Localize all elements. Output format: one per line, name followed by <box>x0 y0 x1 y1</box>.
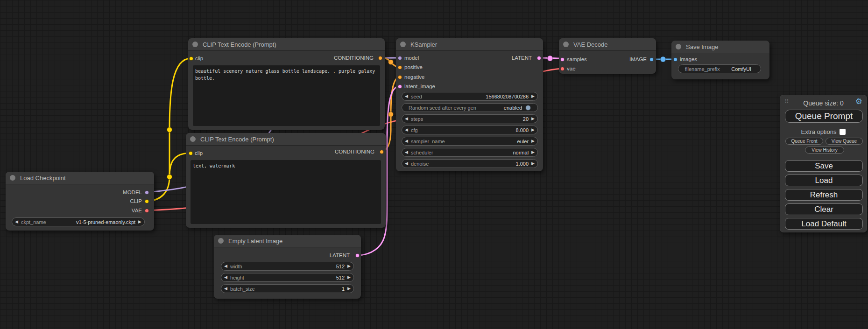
widget-value: 8.000 <box>516 127 529 133</box>
comfyui-canvas[interactable]: { "colors": { "model": "#B39DDB", "clip"… <box>0 0 868 329</box>
increment-arrow-icon[interactable]: ▶ <box>529 115 537 123</box>
view-queue-button[interactable]: View Queue <box>826 138 863 145</box>
save-button[interactable]: Save <box>785 160 863 172</box>
load-default-button[interactable]: Load Default <box>785 218 863 230</box>
load-button[interactable]: Load <box>785 175 863 186</box>
steps-widget[interactable]: ◀ steps 20 ▶ <box>402 114 538 123</box>
node-empty-latent-image[interactable]: Empty Latent Image LATENT ◀ width 512 ▶ … <box>214 235 361 299</box>
output-label-vae: VAE <box>132 207 142 214</box>
node-title-bar[interactable]: Save Image <box>671 41 769 53</box>
node-load-checkpoint[interactable]: Load Checkpoint MODEL CLIP VAE ◀ ckpt_na… <box>6 172 154 231</box>
increment-arrow-icon[interactable]: ▶ <box>345 262 353 270</box>
node-clip-text-encode-negative[interactable]: CLIP Text Encode (Prompt) clip CONDITION… <box>186 133 386 228</box>
decrement-arrow-icon[interactable]: ◀ <box>12 218 21 226</box>
decrement-arrow-icon[interactable]: ◀ <box>402 126 411 134</box>
extra-options-checkbox[interactable] <box>840 129 846 135</box>
output-slot-vae[interactable] <box>145 209 149 213</box>
input-slot-images[interactable] <box>673 57 677 62</box>
node-title: CLIP Text Encode (Prompt) <box>203 41 276 48</box>
input-slot-clip[interactable] <box>189 151 193 155</box>
collapse-dot-icon[interactable] <box>10 175 15 181</box>
queue-panel[interactable]: ⠿ Queue size: 0 ⚙ Queue Prompt Extra opt… <box>780 95 867 232</box>
node-save-image[interactable]: Save Image images filename_prefix ComfyU… <box>671 41 769 79</box>
input-slot-negative[interactable] <box>398 75 402 79</box>
node-title-bar[interactable]: CLIP Text Encode (Prompt) <box>188 38 385 51</box>
increment-arrow-icon[interactable]: ▶ <box>529 137 537 145</box>
node-title: VAE Decode <box>573 41 607 48</box>
input-slot-vae[interactable] <box>560 67 565 71</box>
refresh-button[interactable]: Refresh <box>785 189 863 201</box>
collapse-dot-icon[interactable] <box>563 42 569 47</box>
settings-gear-icon[interactable]: ⚙ <box>855 98 862 105</box>
view-history-button[interactable]: View History <box>805 147 844 154</box>
node-title-bar[interactable]: KSampler <box>396 38 543 51</box>
increment-arrow-icon[interactable]: ▶ <box>529 148 537 156</box>
denoise-widget[interactable]: ◀ denoise 1.000 ▶ <box>402 159 538 168</box>
width-widget[interactable]: ◀ width 512 ▶ <box>221 262 354 271</box>
decrement-arrow-icon[interactable]: ◀ <box>221 285 230 293</box>
sampler-name-widget[interactable]: ◀ sampler_name euler ▶ <box>402 137 538 146</box>
output-slot-latent[interactable] <box>355 253 360 258</box>
output-label-conditioning: CONDITIONING <box>334 54 374 62</box>
input-slot-latent-image[interactable] <box>398 84 402 89</box>
filename-prefix-widget[interactable]: filename_prefix ComfyUI <box>678 64 761 73</box>
increment-arrow-icon[interactable]: ▶ <box>529 126 537 134</box>
toggle-dot-icon[interactable] <box>525 105 531 111</box>
batch-size-widget[interactable]: ◀ batch_size 1 ▶ <box>221 284 354 293</box>
output-slot-conditioning[interactable] <box>378 56 382 60</box>
output-slot-conditioning[interactable] <box>380 150 384 154</box>
decrement-arrow-icon[interactable]: ◀ <box>402 160 411 168</box>
input-slot-model[interactable] <box>398 56 402 60</box>
output-slot-clip[interactable] <box>145 199 149 203</box>
input-label-negative: negative <box>404 73 424 81</box>
output-label-clip: CLIP <box>130 197 142 205</box>
node-title-bar[interactable]: Load Checkpoint <box>6 172 154 184</box>
scheduler-widget[interactable]: ◀ scheduler normal ▶ <box>402 148 538 157</box>
clear-button[interactable]: Clear <box>785 203 863 215</box>
node-title-bar[interactable]: Empty Latent Image <box>214 235 361 247</box>
input-slot-samples[interactable] <box>560 57 565 62</box>
increment-arrow-icon[interactable]: ▶ <box>135 218 144 226</box>
ckpt-name-widget[interactable]: ◀ ckpt_name v1-5-pruned-emaonly.ckpt ▶ <box>12 217 145 226</box>
collapse-dot-icon[interactable] <box>400 42 406 47</box>
node-ksampler[interactable]: KSampler model positive negative latent_… <box>396 38 543 171</box>
output-slot-latent[interactable] <box>537 56 541 60</box>
random-seed-toggle-widget[interactable]: Random seed after every gen enabled <box>402 103 538 112</box>
node-title-bar[interactable]: CLIP Text Encode (Prompt) <box>186 133 386 146</box>
widget-label: width <box>230 264 242 269</box>
collapse-dot-icon[interactable] <box>192 42 198 47</box>
decrement-arrow-icon[interactable]: ◀ <box>402 148 411 156</box>
widget-label: cfg <box>411 127 418 133</box>
input-slot-clip[interactable] <box>189 56 193 61</box>
node-title-bar[interactable]: VAE Decode <box>559 38 656 51</box>
output-slot-model[interactable] <box>145 190 149 195</box>
seed-widget[interactable]: ◀ seed 156680208700286 ▶ <box>402 92 538 101</box>
increment-arrow-icon[interactable]: ▶ <box>345 273 353 281</box>
increment-arrow-icon[interactable]: ▶ <box>529 92 537 100</box>
prompt-textarea[interactable]: beautiful scenery nature glass bottle la… <box>193 65 380 126</box>
input-slot-positive[interactable] <box>398 65 402 70</box>
decrement-arrow-icon[interactable]: ◀ <box>221 273 230 281</box>
queue-front-button[interactable]: Queue Front <box>785 138 823 145</box>
cfg-widget[interactable]: ◀ cfg 8.000 ▶ <box>402 126 538 134</box>
queue-prompt-button[interactable]: Queue Prompt <box>785 110 863 123</box>
collapse-dot-icon[interactable] <box>218 238 224 244</box>
decrement-arrow-icon[interactable]: ◀ <box>402 92 411 100</box>
decrement-arrow-icon[interactable]: ◀ <box>402 137 411 145</box>
output-label-conditioning: CONDITIONING <box>335 148 374 155</box>
output-slot-image[interactable] <box>649 57 654 62</box>
increment-arrow-icon[interactable]: ▶ <box>345 285 353 293</box>
output-label-latent: LATENT <box>512 54 532 62</box>
node-vae-decode[interactable]: VAE Decode samples vae IMAGE <box>559 38 656 74</box>
collapse-dot-icon[interactable] <box>676 44 681 49</box>
decrement-arrow-icon[interactable]: ◀ <box>221 262 230 270</box>
decrement-arrow-icon[interactable]: ◀ <box>402 115 411 123</box>
queue-size-label: Queue size: 0 <box>780 99 867 107</box>
widget-value: v1-5-pruned-emaonly.ckpt <box>76 219 135 225</box>
increment-arrow-icon[interactable]: ▶ <box>529 160 537 168</box>
prompt-textarea[interactable]: text, watermark <box>191 160 381 224</box>
widget-value: enabled <box>504 105 522 111</box>
collapse-dot-icon[interactable] <box>190 136 196 142</box>
height-widget[interactable]: ◀ height 512 ▶ <box>221 273 354 282</box>
node-clip-text-encode-positive[interactable]: CLIP Text Encode (Prompt) clip CONDITION… <box>188 38 385 130</box>
